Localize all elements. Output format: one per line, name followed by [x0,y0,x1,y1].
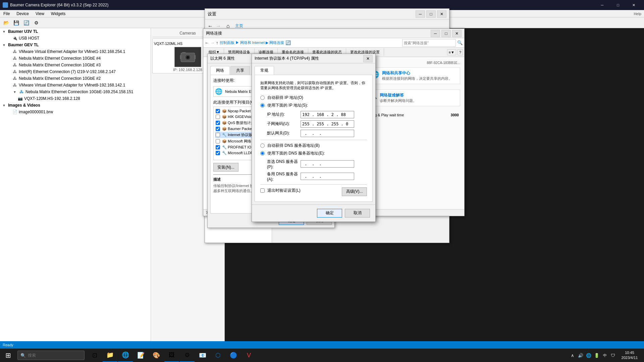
settings-close-btn[interactable]: ✕ [437,10,446,18]
taskbar-app-mail[interactable]: 📧 [195,349,210,362]
minimize-button[interactable]: ─ [595,0,610,10]
camera-ip-label: IP: 192.168.2.128 [173,68,202,72]
ipv4-content-border: 如果网络支持此功能，则可以获取自动指派的 IP 设置。否则，你需要从网络系统管理… [255,75,373,202]
tree-camera-device[interactable]: 📷 VQXT-120M.HS-192.168.2.128 [0,95,151,102]
ipv4-checkbox[interactable] [216,133,220,137]
settings-maximize-btn[interactable]: □ [426,10,436,18]
tree-vmnet1[interactable]: 🖧 VMware Virtual Ethernet Adapter for VM… [0,48,151,55]
gateway-row: 默认网关(D): [267,130,367,137]
network-sharing-center-link[interactable]: 🌐 网络和共享中心 根据所连接到的网络，决定要共享的内容。 [368,67,460,84]
net-search-btn[interactable]: 🔍 [457,40,463,45]
toolbar-btn-3[interactable]: 🔄 [21,18,31,27]
menu-view[interactable]: View [32,10,48,17]
ip-address-input[interactable] [301,111,354,118]
toolbar-btn-1[interactable]: 📂 [1,18,11,27]
net-close-btn[interactable]: ✕ [452,30,462,37]
ip-separator [260,140,367,140]
menu-widgets[interactable]: Widgets [48,10,69,17]
start-button[interactable]: ⊞ [0,349,16,362]
tray-lang-icon[interactable]: 中 [601,349,608,362]
net-refresh-btn[interactable]: 🔄 [285,40,291,45]
ethprop-tab-network[interactable]: 网络 [210,66,230,75]
taskbar-app-vivaldi[interactable]: V [241,349,256,362]
tree-nebula-active[interactable]: 🖧 Nebula Matrix Ethernet Connection 10Gb… [0,88,151,95]
preferred-dns-input[interactable] [301,160,354,168]
manual-ip-radio[interactable] [260,103,265,108]
tray-defender-icon[interactable]: 🛡 [609,349,616,362]
taskbar-app-vscode[interactable]: ⬡ [211,349,225,362]
install-btn[interactable]: 安装(N)... [213,163,238,172]
tree-nebula2[interactable]: 🖧 Nebula Matrix Ethernet Connection 10Gb… [0,75,151,82]
net-search-input[interactable] [402,39,456,47]
intel-nic-label: Intel(R) Ethernet Connection (7) I219-V-… [19,69,116,74]
tray-expand-btn[interactable]: ∧ [569,349,576,362]
toolbar-btn-2[interactable]: 💾 [11,18,21,27]
manual-dns-radio[interactable] [260,151,265,156]
ipv4-general-tab[interactable]: 常规 [255,66,274,75]
net-up-btn[interactable]: ↑ [216,40,218,45]
gateway-input[interactable] [301,130,354,137]
tree-usb-host[interactable]: 🔌 USB HOST [0,35,151,42]
taskbar-app-settings[interactable]: ⚙ [180,349,195,362]
tree-nebula3[interactable]: 🖧 Nebula Matrix Ethernet Connection 10Gb… [0,62,151,68]
help-link[interactable]: Help [634,12,644,16]
maximize-button[interactable]: □ [610,0,626,10]
taskbar-app-notepad[interactable]: 📝 [133,349,148,362]
tree-images-category[interactable]: Images & Videos [0,102,151,109]
qos-checkbox[interactable] [216,121,220,125]
toolbar-btn-settings[interactable]: ⚙ [32,18,41,27]
taskbar-apps-area: ⊡ 📁 🌐 📝 🎨 🖼 ⚙ 📧 ⬡ 🔵 V [87,349,256,362]
net-help-btn[interactable]: ? [458,49,463,55]
exit-verify-checkbox[interactable] [260,188,265,193]
auto-dns-label: 自动获得 DNS 服务器地址(B) [267,143,320,148]
tree-u3v-category[interactable]: Baumer U3V TL [0,28,151,35]
tray-battery-icon[interactable]: 🔋 [593,349,600,362]
images-label: Images & Videos [8,103,40,108]
menu-file[interactable]: File [0,10,13,17]
taskbar-app-taskview[interactable]: ⊡ [87,349,102,362]
npcap-checkbox[interactable] [216,109,220,113]
taskbar-clock[interactable]: 10:45 2023/4/11 [618,350,641,361]
tree-intel-nic[interactable]: 🖧 Intel(R) Ethernet Connection (7) I219-… [0,68,151,75]
tree-image-file[interactable]: 📄 image0000001.brw [0,109,151,115]
net-maximize-btn[interactable]: □ [441,30,451,37]
net-minimize-btn[interactable]: ─ [431,30,440,37]
profinet-checkbox[interactable] [216,145,220,149]
lldp-checkbox[interactable] [216,151,220,155]
alternate-dns-input[interactable] [301,173,354,180]
tray-volume-icon[interactable]: 🔊 [577,349,584,362]
settings-forward-btn[interactable]: → [216,23,221,29]
tray-network-icon[interactable]: 🌐 [585,349,592,362]
tree-gev-category[interactable]: Baumer GEV TL [0,42,151,48]
net-forward-btn[interactable]: → [210,40,215,45]
settings-home-icon[interactable]: ⌂ [226,23,230,29]
net-back-btn[interactable]: ← [205,40,209,45]
ipv4-ok-btn[interactable]: 确定 [317,209,342,218]
taskbar-app-paint[interactable]: 🎨 [149,349,164,362]
ipv4-cancel-btn[interactable]: 取消 [345,209,370,218]
baumer-checkbox[interactable] [216,127,220,131]
settings-minimize-btn[interactable]: ─ [416,10,425,18]
tree-nebula4[interactable]: 🖧 Nebula Matrix Ethernet Connection 10Gb… [0,55,151,62]
taskbar-app-explorer[interactable]: 📁 [103,349,117,362]
ipv4-close-btn[interactable]: ✕ [363,55,373,62]
troubleshoot-link[interactable]: ⚠ 网络疑难解答 诊断并解决网络问题。 [368,89,460,106]
auto-dns-radio[interactable] [260,143,265,148]
msnet-checkbox[interactable] [216,139,220,143]
hik-checkbox[interactable] [216,115,220,119]
advanced-btn[interactable]: 高级(V)... [342,187,367,196]
subnet-input[interactable] [301,120,354,128]
close-button[interactable]: ✕ [626,0,641,10]
taskbar-search-input[interactable] [28,353,71,358]
tree-vmnet8[interactable]: 🖧 VMware Virtual Ethernet Adapter for VM… [0,82,151,88]
taskbar-app-chrome[interactable]: 🔵 [226,349,241,362]
taskbar-app-photos[interactable]: 🖼 [164,349,179,362]
adapter-name-label: Nebula Matrix Et... [225,89,255,94]
net-view-btn[interactable]: ≡▼ [447,49,456,55]
auto-ip-radio[interactable] [260,96,265,100]
menu-device[interactable]: Device [13,10,32,17]
taskbar-app-edge[interactable]: 🌐 [118,349,133,362]
ethprop-tab-sharing[interactable]: 共享 [230,66,250,75]
taskbar-search-box[interactable]: 🔍 [17,351,85,360]
settings-back-btn[interactable]: ← [208,23,213,29]
